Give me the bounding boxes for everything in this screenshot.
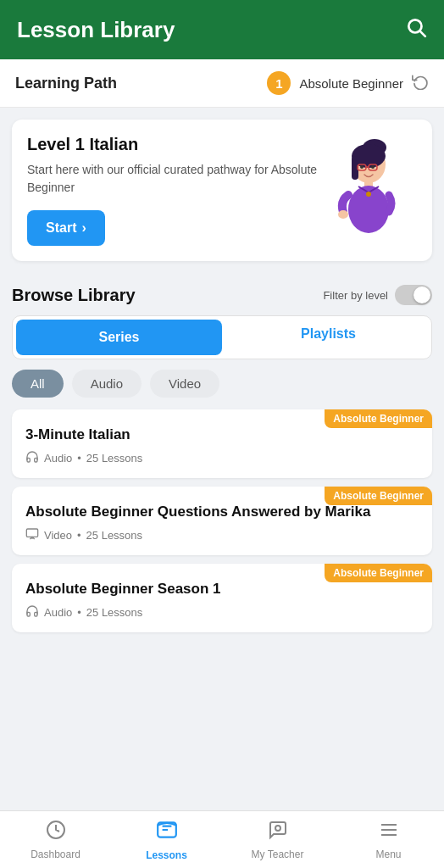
course-badge: Absolute Beginner bbox=[325, 487, 432, 505]
avatar bbox=[324, 135, 417, 236]
filter-pills: All Audio Video bbox=[12, 370, 432, 398]
course-type: Audio bbox=[44, 606, 72, 619]
svg-point-13 bbox=[338, 210, 348, 219]
browse-library-section: Browse Library Filter by level Series Pl… bbox=[0, 273, 444, 709]
filter-by-level: Filter by level bbox=[323, 285, 432, 305]
course-meta: Audio • 25 Lessons bbox=[25, 604, 419, 620]
bottom-nav: Dashboard Lessons My Teacher bbox=[0, 810, 444, 868]
learning-path-label: Learning Path bbox=[15, 75, 117, 92]
svg-point-9 bbox=[360, 165, 364, 169]
svg-point-19 bbox=[275, 826, 280, 831]
course-meta: Audio • 25 Lessons bbox=[25, 450, 419, 466]
nav-label-my-teacher: My Teacher bbox=[252, 849, 304, 860]
audio-icon bbox=[25, 604, 39, 620]
course-badge: Absolute Beginner bbox=[325, 564, 432, 582]
svg-point-10 bbox=[371, 165, 375, 169]
svg-line-1 bbox=[420, 31, 425, 36]
course-title: 3-Minute Italian bbox=[25, 426, 419, 443]
start-arrow-icon: › bbox=[81, 220, 86, 236]
course-meta: Video • 25 Lessons bbox=[25, 527, 419, 543]
video-icon bbox=[25, 527, 39, 543]
level-card-title: Level 1 Italian bbox=[27, 135, 324, 154]
refresh-icon[interactable] bbox=[412, 73, 429, 94]
tab-playlists[interactable]: Playlists bbox=[225, 316, 431, 359]
nav-item-dashboard[interactable]: Dashboard bbox=[0, 811, 111, 868]
nav-label-menu: Menu bbox=[375, 849, 401, 860]
start-button[interactable]: Start › bbox=[27, 210, 105, 246]
menu-icon bbox=[379, 820, 399, 845]
nav-label-dashboard: Dashboard bbox=[31, 849, 80, 860]
level-card: Level 1 Italian Start here with our offi… bbox=[12, 120, 432, 261]
nav-item-my-teacher[interactable]: My Teacher bbox=[222, 811, 333, 868]
svg-point-14 bbox=[366, 192, 371, 197]
level-card-description: Start here with our official curated pat… bbox=[27, 161, 324, 197]
learning-path-controls: 1 Absolute Beginner bbox=[267, 71, 429, 95]
pill-audio[interactable]: Audio bbox=[72, 370, 142, 398]
search-icon[interactable] bbox=[405, 16, 427, 43]
course-card-absolute-beginner-season-1[interactable]: Absolute Beginner Absolute Beginner Seas… bbox=[12, 564, 432, 632]
course-title: Absolute Beginner Questions Answered by … bbox=[25, 504, 419, 520]
course-card-absolute-beginner-questions[interactable]: Absolute Beginner Absolute Beginner Ques… bbox=[12, 487, 432, 555]
app-title: Lesson Library bbox=[17, 17, 175, 43]
my-teacher-icon bbox=[268, 820, 288, 845]
nav-item-lessons[interactable]: Lessons bbox=[111, 811, 222, 868]
course-type: Video bbox=[44, 529, 72, 542]
pill-video[interactable]: Video bbox=[150, 370, 219, 398]
learning-path-bar: Learning Path 1 Absolute Beginner bbox=[0, 59, 444, 108]
browse-header: Browse Library Filter by level bbox=[12, 285, 432, 305]
course-badge: Absolute Beginner bbox=[325, 409, 432, 428]
level-number-badge: 1 bbox=[267, 71, 291, 95]
course-lessons: 25 Lessons bbox=[86, 452, 143, 465]
nav-item-menu[interactable]: Menu bbox=[333, 811, 444, 868]
course-type: Audio bbox=[44, 452, 72, 465]
nav-label-lessons: Lessons bbox=[146, 849, 187, 861]
svg-rect-15 bbox=[26, 529, 37, 537]
browse-title: Browse Library bbox=[12, 286, 136, 305]
course-card-3-minute-italian[interactable]: Absolute Beginner 3-Minute Italian Audio… bbox=[12, 409, 432, 478]
course-lessons: 25 Lessons bbox=[86, 529, 143, 542]
tab-series[interactable]: Series bbox=[16, 320, 222, 355]
audio-icon bbox=[25, 450, 39, 466]
app-header: Lesson Library bbox=[0, 0, 444, 59]
pill-all[interactable]: All bbox=[12, 370, 64, 398]
level-card-content: Level 1 Italian Start here with our offi… bbox=[27, 135, 324, 246]
dashboard-icon bbox=[46, 820, 66, 845]
level-name: Absolute Beginner bbox=[299, 76, 403, 91]
lessons-icon bbox=[156, 819, 178, 846]
filter-by-level-label: Filter by level bbox=[323, 289, 388, 302]
filter-toggle[interactable] bbox=[395, 285, 432, 305]
course-lessons: 25 Lessons bbox=[86, 606, 143, 619]
series-playlists-tabs: Series Playlists bbox=[12, 315, 432, 359]
course-title: Absolute Beginner Season 1 bbox=[25, 581, 419, 598]
